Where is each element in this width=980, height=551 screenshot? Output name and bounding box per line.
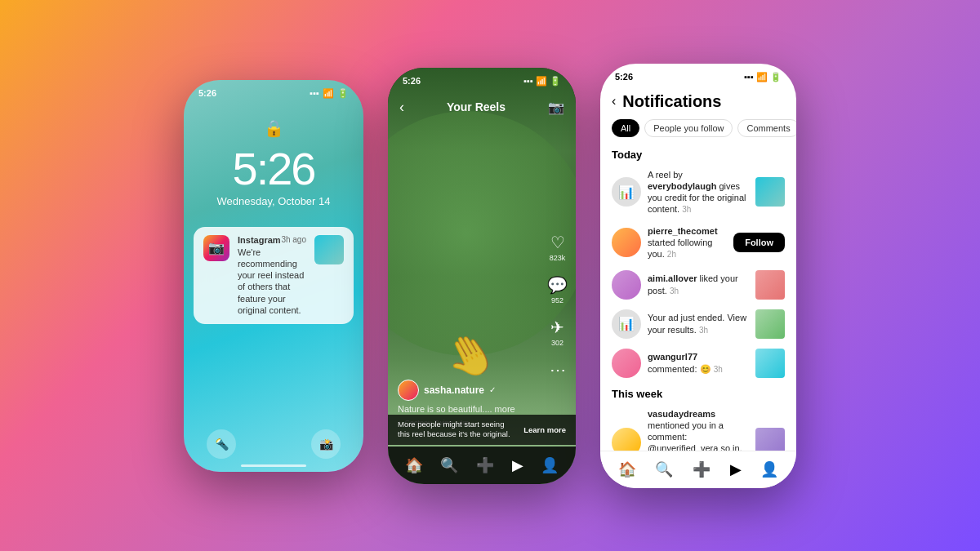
instagram-icon: 📷: [208, 240, 225, 256]
reels-original-banner: More people might start seeing this reel…: [388, 415, 576, 445]
lock-notif-time: 3h ago: [281, 235, 306, 244]
lock-date: Wednesday, October 14: [217, 195, 331, 207]
reels-verified-icon: ✓: [489, 385, 496, 394]
comment-icon: 💬: [547, 275, 568, 295]
nav-create-icon[interactable]: ➕: [693, 460, 710, 478]
wifi-icon: 📶: [323, 88, 334, 99]
notifications-title: Notifications: [622, 92, 721, 111]
reels-caption: Nature is so beautiful.... more: [398, 404, 525, 414]
notif-reel-thumb: [755, 177, 785, 207]
lock-status-bar: 5:26 ▪▪▪ 📶 🔋: [184, 80, 363, 102]
home-bar[interactable]: [241, 464, 306, 467]
notifications-header: ‹ Notifications: [600, 86, 796, 116]
reels-more-action[interactable]: ⋯: [550, 360, 566, 380]
notif-comment: gwangurl77 commented: 😊 3h: [600, 344, 796, 383]
lock-status-time: 5:26: [198, 88, 216, 98]
nav-home-icon[interactable]: 🏠: [405, 456, 423, 474]
reels-status-time: 5:26: [403, 76, 421, 86]
notifs-bottom-nav: 🏠 🔍 ➕ ▶ 👤: [600, 451, 796, 488]
filter-people-follow[interactable]: People you follow: [644, 119, 733, 137]
filter-all[interactable]: All: [612, 119, 639, 137]
nav-reels-icon[interactable]: ▶: [730, 460, 742, 478]
reels-username[interactable]: sasha.nature: [424, 384, 484, 396]
lock-notification-card[interactable]: 📷 Instagram 3h ago We're recommending yo…: [194, 227, 354, 325]
reels-share-count: 302: [551, 339, 564, 347]
lock-notif-text: We're recommending your reel instead of …: [238, 247, 306, 317]
nav-home-icon[interactable]: 🏠: [618, 460, 636, 478]
notif-follow: pierre_thecomet started following you. 2…: [600, 220, 796, 265]
notif-ad: 📊 Your ad just ended. View your results.…: [600, 304, 796, 344]
lock-notif-content: Instagram 3h ago We're recommending your…: [238, 235, 306, 317]
notifs-status-icons: ▪▪▪ 📶 🔋: [744, 72, 782, 82]
notif-reel-avatar: 📊: [612, 177, 641, 207]
reels-comment-action[interactable]: 💬 952: [547, 275, 568, 304]
phone-lock-screen: 5:26 ▪▪▪ 📶 🔋 🔒 5:26 Wednesday, October 1…: [184, 80, 363, 472]
lock-notif-app-name: Instagram: [238, 235, 281, 245]
notif-reel-text: A reel by everybodylaugh gives you credi…: [648, 169, 749, 216]
phone-notifications-screen: 5:26 ▪▪▪ 📶 🔋 ‹ Notifications All People …: [600, 64, 796, 488]
notif-like: aimi.allover liked your post. 3h: [600, 265, 796, 304]
reels-bottom-nav: 🏠 🔍 ➕ ▶ 👤: [388, 447, 576, 484]
flashlight-icon[interactable]: 🔦: [207, 429, 236, 459]
notif-like-text: aimi.allover liked your post. 3h: [648, 273, 749, 296]
notif-ad-thumb: [755, 309, 785, 339]
nav-create-icon[interactable]: ➕: [476, 456, 494, 474]
reels-comment-count: 952: [551, 296, 564, 304]
reels-screen-title: Your Reels: [447, 100, 506, 113]
battery-icon: 🔋: [337, 88, 349, 99]
lock-clock: 5:26: [233, 146, 315, 192]
notifs-status-bar: 5:26 ▪▪▪ 📶 🔋: [600, 64, 796, 86]
lock-status-icons: ▪▪▪ 📶 🔋: [310, 88, 349, 99]
reels-wifi-icon: 📶: [536, 76, 547, 86]
notifs-back-button[interactable]: ‹: [612, 94, 616, 109]
camera-icon[interactable]: 📸: [311, 429, 341, 459]
notif-comment-thumb: [755, 349, 785, 378]
share-icon: ✈: [550, 318, 564, 337]
notif-reel-credit: 📊 A reel by everybodylaugh gives you cre…: [600, 164, 796, 220]
filter-comments[interactable]: Comments: [737, 119, 796, 137]
more-icon: ⋯: [550, 360, 566, 380]
notif-ad-text: Your ad just ended. View your results. 3…: [648, 312, 749, 335]
reels-top-bar: ‹ Your Reels 📷: [388, 92, 576, 122]
notif-ad-avatar: 📊: [612, 309, 641, 339]
nav-reels-icon[interactable]: ▶: [512, 456, 523, 474]
notifications-filter-bar: All People you follow Comments Follows: [600, 116, 796, 144]
notif-like-avatar: [612, 270, 641, 300]
nav-search-icon[interactable]: 🔍: [655, 460, 673, 478]
notif-follow-avatar: [612, 228, 641, 257]
notif-follow-text: pierre_thecomet started following you. 2…: [648, 225, 727, 260]
notifs-signal-icon: ▪▪▪: [744, 72, 754, 82]
reels-status-icons: ▪▪▪ 📶 🔋: [523, 76, 561, 87]
reels-battery-icon: 🔋: [550, 76, 561, 86]
section-this-week: This week: [600, 383, 796, 403]
nav-search-icon[interactable]: 🔍: [440, 456, 458, 474]
notifs-battery-icon: 🔋: [770, 72, 782, 82]
reels-user-row: sasha.nature ✓: [398, 380, 525, 401]
notif-comment-avatar: [612, 349, 641, 378]
section-today: Today: [600, 144, 796, 164]
phone-reels-screen: 🤚 5:26 ▪▪▪ 📶 🔋 ‹ Your Reels 📷 ♡ 823k 💬 9…: [388, 68, 576, 484]
notifs-wifi-icon: 📶: [756, 72, 768, 82]
lock-icon: 🔒: [264, 118, 284, 138]
reels-learn-more-link[interactable]: Learn more: [523, 425, 566, 434]
reels-camera-icon[interactable]: 📷: [548, 100, 564, 115]
reels-like-action[interactable]: ♡ 823k: [550, 233, 566, 262]
notif-comment-text: gwangurl77 commented: 😊 3h: [648, 351, 749, 375]
heart-icon: ♡: [550, 233, 565, 252]
reels-banner-text: More people might start seeing this reel…: [398, 420, 517, 440]
reels-right-actions: ♡ 823k 💬 952 ✈ 302 ⋯: [547, 233, 568, 380]
lock-notif-header: Instagram 3h ago: [238, 235, 306, 245]
reels-status-bar: 5:26 ▪▪▪ 📶 🔋: [388, 68, 576, 90]
nav-profile-icon[interactable]: 👤: [541, 456, 559, 474]
reels-user-avatar: [398, 380, 419, 401]
notifs-status-time: 5:26: [615, 72, 633, 82]
lock-notif-thumb: [314, 235, 344, 264]
lock-bottom-actions: 🔦 📸: [184, 429, 363, 459]
reels-back-icon[interactable]: ‹: [399, 99, 404, 116]
nav-profile-icon[interactable]: 👤: [760, 460, 778, 478]
reels-share-action[interactable]: ✈ 302: [550, 318, 564, 347]
reels-signal-icon: ▪▪▪: [523, 76, 533, 86]
follow-button[interactable]: Follow: [733, 233, 785, 252]
instagram-app-icon: 📷: [203, 235, 229, 261]
reels-like-count: 823k: [550, 254, 566, 262]
